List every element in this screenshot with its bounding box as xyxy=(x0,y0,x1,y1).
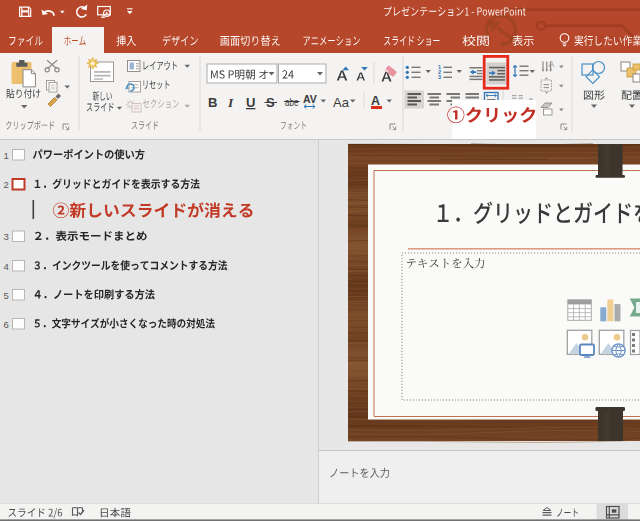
svg-text:U: U xyxy=(246,95,255,110)
svg-text:AV: AV xyxy=(303,93,317,105)
svg-text:A: A xyxy=(549,59,555,69)
svg-text:6: 6 xyxy=(4,319,9,330)
svg-text:Aa: Aa xyxy=(333,95,350,110)
svg-text:A: A xyxy=(371,94,380,108)
svg-text:1: 1 xyxy=(4,150,9,161)
svg-text:3: 3 xyxy=(4,231,9,242)
svg-text:5: 5 xyxy=(4,290,9,301)
svg-text:4: 4 xyxy=(4,261,9,272)
svg-text:2: 2 xyxy=(4,179,9,190)
svg-text:B: B xyxy=(208,95,217,110)
svg-text:I: I xyxy=(227,95,234,110)
svg-text:3: 3 xyxy=(438,74,441,80)
